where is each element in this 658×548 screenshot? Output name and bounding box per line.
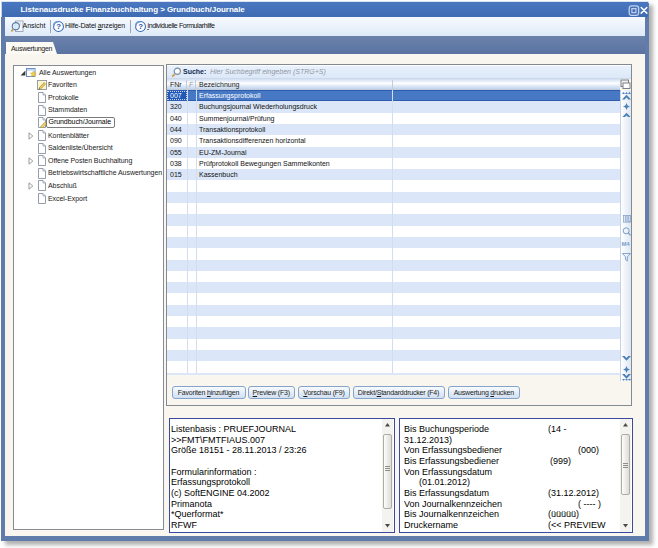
svg-text:?: ? (138, 22, 143, 31)
svg-text:?: ? (56, 22, 61, 31)
